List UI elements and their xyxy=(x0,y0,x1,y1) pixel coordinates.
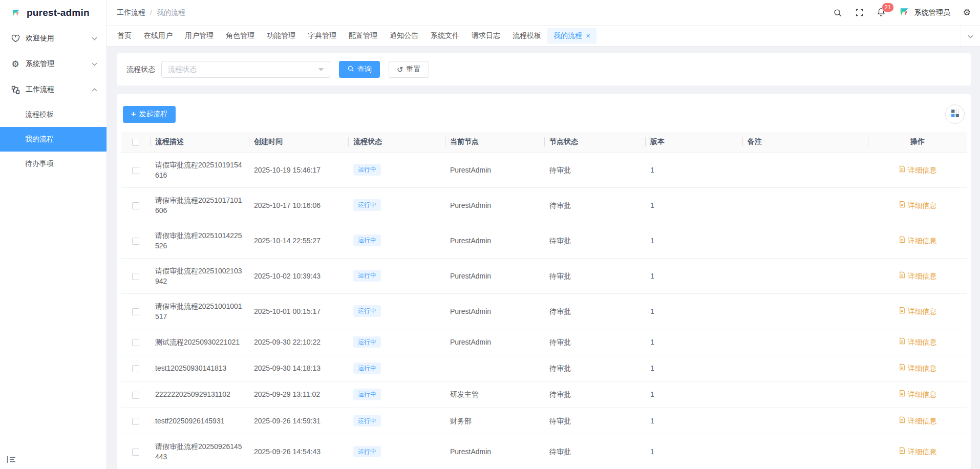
status-badge: 运行中 xyxy=(353,234,381,246)
row-checkbox[interactable] xyxy=(132,449,139,456)
detail-link-label: 详细信息 xyxy=(908,271,936,281)
workflow-icon xyxy=(11,86,20,94)
row-checkbox[interactable] xyxy=(132,273,139,280)
row-checkbox[interactable] xyxy=(132,167,139,174)
status-select[interactable]: 流程状态 xyxy=(161,61,330,78)
tab-item[interactable]: 流程模板 xyxy=(506,28,547,44)
detail-link[interactable]: 详细信息 xyxy=(899,306,936,316)
row-checkbox[interactable] xyxy=(132,202,139,209)
close-icon[interactable]: ✕ xyxy=(586,33,590,39)
sidebar-item-welcome[interactable]: 欢迎使用 xyxy=(0,26,106,51)
table-cell: 待审批 xyxy=(544,293,645,329)
action-cell: 详细信息 xyxy=(868,187,967,223)
sidebar-item-workflow[interactable]: 工作流程 xyxy=(0,77,106,102)
detail-link-label: 详细信息 xyxy=(908,165,936,175)
search-icon[interactable] xyxy=(833,8,842,17)
tabs-dropdown-button[interactable] xyxy=(961,26,980,46)
tab-label: 用户管理 xyxy=(185,31,214,40)
sidebar-item-system-management[interactable]: ⚙系统管理 xyxy=(0,51,106,77)
tab-item[interactable]: 请求日志 xyxy=(465,28,506,44)
status-badge: 运行中 xyxy=(353,415,381,427)
table-cell: 请假审批流程20251002103942 xyxy=(150,258,249,293)
row-checkbox[interactable] xyxy=(132,418,139,425)
detail-link[interactable]: 详细信息 xyxy=(899,446,936,457)
tab-item[interactable]: 我的流程✕ xyxy=(547,28,596,44)
tab-item[interactable]: 配置管理 xyxy=(343,28,384,44)
tab-item[interactable]: 通知公告 xyxy=(384,28,424,44)
detail-link[interactable]: 详细信息 xyxy=(899,165,936,175)
detail-link[interactable]: 详细信息 xyxy=(899,200,936,210)
tab-item[interactable]: 字典管理 xyxy=(302,28,343,44)
row-checkbox[interactable] xyxy=(132,392,139,399)
detail-link[interactable]: 详细信息 xyxy=(899,416,936,426)
sidebar-item-todo-items[interactable]: 待办事项 xyxy=(0,152,106,176)
breadcrumb-item: 我的流程 xyxy=(157,8,185,17)
table-cell: 1 xyxy=(645,434,742,469)
collapse-sidebar-button[interactable] xyxy=(7,456,16,465)
app-title: purest-admin xyxy=(27,7,90,18)
detail-link[interactable]: 详细信息 xyxy=(899,389,936,399)
tab-label: 在线用户 xyxy=(144,31,173,40)
select-all-checkbox[interactable] xyxy=(132,139,139,146)
tabs-list: 首页在线用户用户管理角色管理功能管理字典管理配置管理通知公告系统文件请求日志流程… xyxy=(111,28,596,44)
settings-gear-icon[interactable]: ⚙ xyxy=(963,8,971,17)
table-cell: 运行中 xyxy=(348,293,445,329)
tab-item[interactable]: 功能管理 xyxy=(261,28,302,44)
table-cell: PurestAdmin xyxy=(445,293,544,329)
table-cell: 1 xyxy=(645,258,742,293)
caret-down-icon xyxy=(318,68,324,71)
tab-item[interactable]: 在线用户 xyxy=(138,28,179,44)
row-checkbox[interactable] xyxy=(132,339,139,346)
notifications-button[interactable]: 21 xyxy=(877,7,886,18)
column-header: 备注 xyxy=(742,132,868,152)
detail-link[interactable]: 详细信息 xyxy=(899,363,936,373)
breadcrumb-item[interactable]: 工作流程 xyxy=(117,8,145,17)
sidebar-item-label: 系统管理 xyxy=(26,59,86,69)
document-icon xyxy=(899,165,906,175)
reset-button[interactable]: ↺ 重置 xyxy=(389,61,429,78)
sidebar-menu: 欢迎使用⚙系统管理工作流程流程模板我的流程待办事项 xyxy=(0,26,106,176)
table-cell: PurestAdmin xyxy=(445,187,544,223)
row-checkbox[interactable] xyxy=(132,238,139,245)
row-checkbox[interactable] xyxy=(132,308,139,315)
tab-label: 系统文件 xyxy=(431,31,459,40)
table-cell: 请假审批流程20251017101606 xyxy=(150,187,249,223)
sidebar-item-flow-template[interactable]: 流程模板 xyxy=(0,102,106,127)
create-flow-button[interactable]: + 发起流程 xyxy=(123,106,176,123)
status-badge: 运行中 xyxy=(353,446,381,457)
table-cell: 测试流程20250930221021 xyxy=(150,329,249,355)
table-cell: 1 xyxy=(645,381,742,408)
document-icon xyxy=(899,363,906,373)
detail-link[interactable]: 详细信息 xyxy=(899,271,936,281)
sidebar-item-my-flows[interactable]: 我的流程 xyxy=(0,127,106,152)
status-select-placeholder: 流程状态 xyxy=(168,65,318,74)
user-name: 系统管理员 xyxy=(914,8,950,17)
document-icon xyxy=(899,236,906,246)
table-cell: 1 xyxy=(645,408,742,434)
fullscreen-icon[interactable] xyxy=(855,8,864,17)
table-cell xyxy=(742,434,868,469)
table-cell: 待审批 xyxy=(544,434,645,469)
table-cell: 待审批 xyxy=(544,381,645,408)
table-cell xyxy=(445,355,544,381)
status-badge: 运行中 xyxy=(353,199,381,210)
action-cell: 详细信息 xyxy=(868,408,967,434)
detail-link[interactable]: 详细信息 xyxy=(899,337,936,347)
table-cell: 运行中 xyxy=(348,355,445,381)
tab-item[interactable]: 首页 xyxy=(111,28,138,44)
table-cell xyxy=(742,329,868,355)
user-menu[interactable]: 系统管理员 xyxy=(899,6,950,19)
search-button[interactable]: 查询 xyxy=(339,61,380,78)
tab-item[interactable]: 系统文件 xyxy=(424,28,465,44)
tab-label: 功能管理 xyxy=(267,31,295,40)
row-checkbox[interactable] xyxy=(132,365,139,372)
table-cell: 2025-09-30 22:10:22 xyxy=(249,329,348,355)
table-cell: testf20250926145931 xyxy=(150,408,249,434)
tab-item[interactable]: 用户管理 xyxy=(179,28,220,44)
detail-link[interactable]: 详细信息 xyxy=(899,236,936,246)
tab-item[interactable]: 角色管理 xyxy=(220,28,261,44)
table-cell: 运行中 xyxy=(348,223,445,258)
row-select-cell xyxy=(121,381,150,408)
column-settings-button[interactable] xyxy=(945,104,965,124)
table-row: 请假审批流程202510142255262025-10-14 22:55:27运… xyxy=(121,223,967,258)
